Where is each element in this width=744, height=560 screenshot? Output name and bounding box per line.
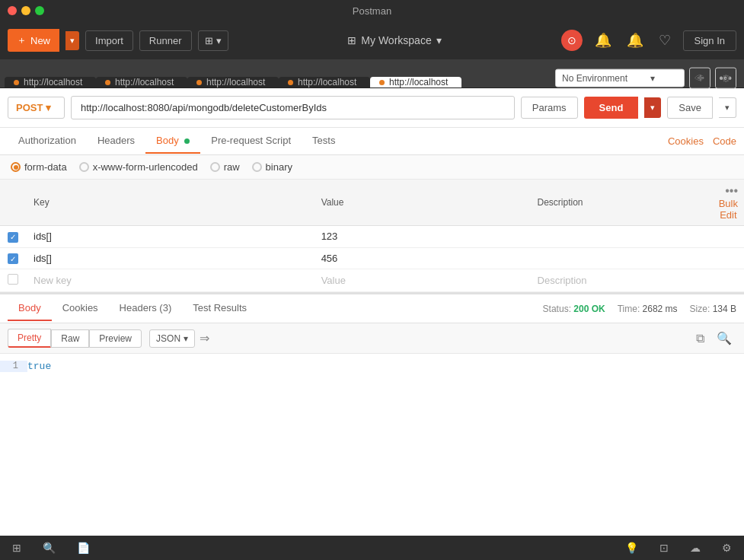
row-1-checkbox[interactable]: ✓	[8, 253, 18, 264]
grid-icon-btn[interactable]: ⊞	[8, 540, 26, 555]
tab-0[interactable]: http://localhost	[5, 77, 96, 88]
app-title: Postman	[353, 5, 391, 17]
toolbar: ＋ New ▾ Import Runner ⊞ ▾ ⊞ My Workspace…	[0, 21, 744, 59]
close-btn[interactable]	[8, 6, 17, 15]
env-settings-button[interactable]: ⚙	[715, 67, 736, 88]
format-select[interactable]: JSON ▾	[149, 329, 195, 348]
import-button[interactable]: Import	[85, 30, 133, 51]
copy-response-button[interactable]: ⧉	[691, 328, 709, 348]
notifications-icon-btn[interactable]: 🔔	[624, 29, 647, 52]
sync-icon: ⊞	[205, 35, 213, 46]
settings-icon-btn[interactable]: ⚙	[717, 540, 736, 555]
form-table-container: Key Value Description ••• Bulk Edit ✓	[0, 180, 744, 292]
method-select[interactable]: POST ▾	[8, 97, 65, 119]
minimize-btn[interactable]	[21, 6, 30, 15]
runner-button[interactable]: Runner	[139, 30, 192, 51]
resp-tab-test-results[interactable]: Test Results	[182, 296, 257, 321]
method-label: POST	[16, 102, 43, 113]
value-col-header: Value	[314, 180, 530, 226]
preview-button[interactable]: Preview	[89, 329, 142, 348]
env-eye-button[interactable]: 👁	[689, 67, 710, 88]
bulk-edit-button[interactable]: Bulk Edit	[719, 198, 738, 221]
tab-label-2: http://localhost	[206, 77, 270, 88]
time-label: Time: 2682 ms	[618, 304, 678, 314]
env-label: No Environment	[562, 72, 627, 83]
workspace-button[interactable]: ⊞ My Workspace ▾	[347, 34, 441, 46]
save-dropdown-button[interactable]: ▾	[719, 97, 736, 118]
sync-button[interactable]: ⊞ ▾	[198, 30, 228, 51]
checkbox-col-header	[0, 180, 26, 226]
row-0-key[interactable]: ids[]	[26, 226, 314, 248]
search-response-button[interactable]: 🔍	[712, 328, 736, 348]
pretty-button[interactable]: Pretty	[8, 329, 51, 348]
tab-1[interactable]: http://localhost	[96, 77, 187, 88]
tab-4[interactable]: http://localhost	[370, 77, 461, 88]
row-1-checkbox-cell[interactable]: ✓	[0, 247, 26, 269]
url-input[interactable]	[71, 96, 515, 119]
send-button[interactable]: Send	[584, 97, 639, 119]
environment-dropdown[interactable]: No Environment ▾	[555, 68, 685, 87]
line-content-1: true	[27, 361, 51, 372]
save-button[interactable]: Save	[667, 97, 713, 119]
cloud-icon-btn[interactable]: ☁	[685, 540, 705, 555]
urlencoded-radio[interactable]: x-www-form-urlencoded	[79, 161, 198, 173]
row-0-description[interactable]	[530, 226, 711, 248]
row-0-checkbox-cell[interactable]: ✓	[0, 226, 26, 248]
request-tabs-right: Cookies Code	[668, 135, 736, 147]
row-1-description[interactable]	[530, 247, 711, 269]
more-options-button[interactable]: •••	[725, 184, 738, 198]
new-row-value[interactable]: Value	[314, 269, 530, 292]
tab-label-1: http://localhost	[115, 77, 178, 88]
row-1-key[interactable]: ids[]	[26, 247, 314, 269]
line-num-1: 1	[0, 361, 27, 372]
binary-radio[interactable]: binary	[252, 161, 292, 173]
env-container: No Environment ▾ 👁 ⚙	[555, 67, 736, 88]
new-button[interactable]: ＋ New	[8, 29, 59, 52]
form-table: Key Value Description ••• Bulk Edit ✓	[0, 180, 744, 292]
tab-3[interactable]: http://localhost	[279, 77, 370, 88]
row-0-checkbox[interactable]: ✓	[8, 232, 18, 243]
bulb-icon-btn[interactable]: 💡	[621, 540, 643, 555]
raw-button[interactable]: Raw	[51, 329, 89, 348]
resp-tab-body[interactable]: Body	[8, 296, 52, 321]
new-row-key[interactable]: New key	[26, 269, 314, 292]
new-row-checkbox[interactable]	[8, 274, 18, 285]
tab-headers[interactable]: Headers	[87, 129, 145, 154]
tab-label-4: http://localhost	[389, 77, 452, 88]
new-row-checkbox-cell	[0, 269, 26, 292]
file-icon-btn[interactable]: 📄	[72, 540, 94, 555]
table-row: ✓ ids[] 123	[0, 226, 744, 248]
params-button[interactable]: Params	[521, 97, 578, 119]
tab-authorization[interactable]: Authorization	[8, 129, 87, 154]
search-icon-btn[interactable]: 🔍	[38, 540, 60, 555]
workspace-label: My Workspace	[361, 34, 431, 46]
row-1-value[interactable]: 456	[314, 247, 530, 269]
tab-label-3: http://localhost	[298, 77, 361, 88]
resp-tab-headers[interactable]: Headers (3)	[109, 296, 183, 321]
cookies-link[interactable]: Cookies	[668, 135, 704, 147]
resp-tab-cookies[interactable]: Cookies	[52, 296, 109, 321]
broadcast-icon-btn[interactable]: 🔔	[592, 29, 615, 52]
new-row-description[interactable]: Description	[530, 269, 711, 292]
layout-icon-btn[interactable]: ⊡	[655, 540, 673, 555]
request-tabs: Authorization Headers Body Pre-request S…	[0, 128, 744, 155]
heart-icon-btn[interactable]: ♡	[656, 29, 674, 52]
resp-icon-btn[interactable]: ⇒	[195, 328, 214, 348]
tab-tests[interactable]: Tests	[302, 129, 346, 154]
code-link[interactable]: Code	[713, 135, 736, 147]
new-dropdown-arrow[interactable]: ▾	[65, 31, 79, 50]
response-section: Body Cookies Headers (3) Test Results St…	[0, 292, 744, 379]
form-data-radio[interactable]: form-data	[11, 161, 67, 173]
maximize-btn[interactable]	[35, 6, 44, 15]
tab-body[interactable]: Body	[145, 129, 200, 154]
status-label: Status: 200 OK	[543, 304, 605, 314]
desc-col-header: Description	[530, 180, 711, 226]
body-dot	[184, 138, 190, 144]
sign-in-button[interactable]: Sign In	[683, 30, 736, 51]
tab-2[interactable]: http://localhost	[187, 77, 279, 88]
raw-radio[interactable]: raw	[210, 161, 240, 173]
tab-pre-request[interactable]: Pre-request Script	[200, 129, 302, 154]
send-dropdown-button[interactable]: ▾	[644, 97, 661, 118]
row-0-value[interactable]: 123	[314, 226, 530, 248]
window-controls[interactable]	[8, 6, 44, 15]
